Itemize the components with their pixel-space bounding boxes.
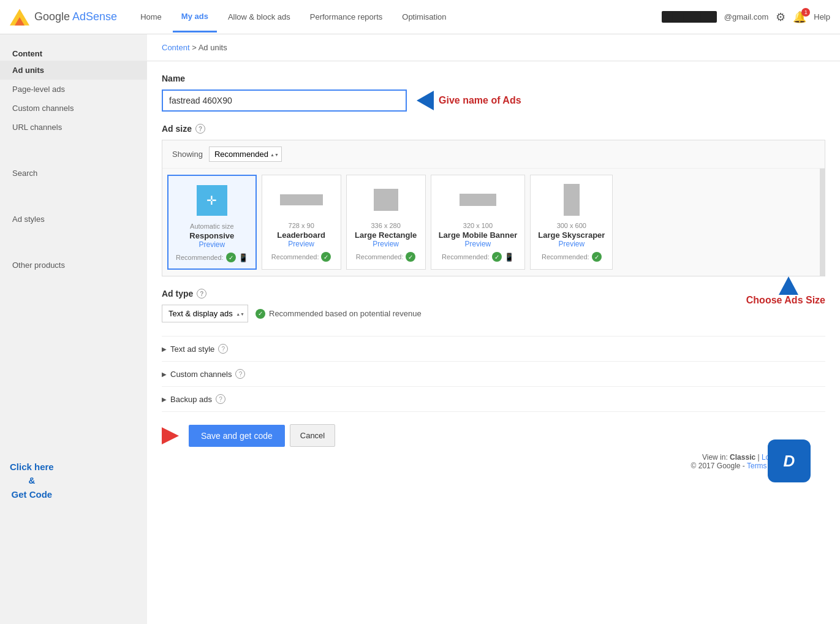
- sidebar-annotation-click: Click here&Get Code: [10, 460, 54, 502]
- ad-size-label: Ad size ?: [162, 124, 825, 134]
- responsive-size-name: Responsive: [189, 231, 234, 240]
- copyright-text: © 2017 Google -: [691, 462, 745, 470]
- nav-allow-block-ads[interactable]: Allow & block ads: [219, 2, 299, 31]
- sidebar-item-search[interactable]: Search: [0, 164, 147, 183]
- recommended-check-icon: ✓: [226, 253, 236, 262]
- ad-size-help-icon[interactable]: ?: [195, 124, 205, 134]
- custom-channels-help-icon[interactable]: ?: [235, 369, 245, 379]
- red-arrow-save: [162, 427, 184, 444]
- leaderboard-shape: [280, 194, 323, 205]
- email-domain: @gmail.com: [724, 12, 768, 21]
- ad-size-card-responsive[interactable]: ✛ Automatic size Responsive Preview Reco…: [167, 175, 257, 270]
- large-rect-preview-area: [361, 181, 411, 218]
- recommended-text-lmb: Recommended:: [442, 253, 490, 261]
- ad-size-card-large-sky[interactable]: 300 x 600 Large Skyscraper Preview Recom…: [530, 175, 613, 270]
- large-mobile-check-icon: ✓: [492, 252, 502, 262]
- large-rect-preview-link[interactable]: Preview: [373, 240, 399, 248]
- blue-arrow-right-icon: [417, 91, 434, 110]
- notifications-bell[interactable]: 🔔 1: [793, 10, 806, 24]
- large-sky-size-text: 300 x 600: [557, 222, 586, 229]
- ad-type-row: Text & display ads ✓ Recommended based o…: [162, 305, 734, 322]
- ad-size-header: Showing Recommended: [162, 140, 825, 169]
- text-ad-style-header[interactable]: ▶ Text ad style ?: [162, 338, 825, 360]
- give-name-annotation: Give name of Ads: [417, 91, 521, 110]
- ad-type-check-icon: ✓: [255, 309, 265, 319]
- backup-ads-header[interactable]: ▶ Backup ads ?: [162, 388, 825, 410]
- settings-icon[interactable]: ⚙: [776, 10, 785, 24]
- breadcrumb: Content > Ad units: [147, 34, 840, 61]
- large-mobile-size-name: Large Mobile Banner: [439, 230, 518, 240]
- text-ad-style-help-icon[interactable]: ?: [218, 344, 228, 354]
- large-rect-check-icon: ✓: [406, 252, 415, 262]
- main-layout: Content Ad units Page-level ads Custom c…: [0, 34, 840, 624]
- backup-ads-section: ▶ Backup ads ?: [162, 386, 825, 412]
- ad-type-section: Ad type ? Text & display ads ✓ Recommend…: [162, 289, 734, 322]
- large-mobile-preview-link[interactable]: Preview: [465, 240, 491, 248]
- leaderboard-preview-area: [277, 181, 326, 218]
- form-area: Name Give name of Ads Ad size ? Showing: [147, 61, 840, 495]
- notification-badge: 1: [801, 8, 810, 17]
- custom-channels-header[interactable]: ▶ Custom channels ?: [162, 363, 825, 385]
- blue-arrow-up-icon: [779, 276, 798, 295]
- name-input[interactable]: [162, 89, 407, 112]
- large-sky-preview-area: [547, 181, 596, 218]
- sidebar: Content Ad units Page-level ads Custom c…: [0, 34, 147, 624]
- large-mobile-preview-area: [453, 181, 502, 218]
- text-ad-style-label: Text ad style: [170, 344, 214, 354]
- backup-ads-label: Backup ads: [170, 395, 212, 404]
- large-sky-size-name: Large Skyscraper: [538, 230, 605, 240]
- view-in-label: View in:: [702, 453, 728, 462]
- top-navigation: Google AdSense Home My ads Allow & block…: [0, 0, 840, 34]
- nav-optimisation[interactable]: Optimisation: [393, 2, 455, 31]
- large-mobile-recommended-row: Recommended: ✓ 📱: [442, 252, 514, 262]
- backup-ads-help-icon[interactable]: ?: [216, 394, 225, 404]
- nav-performance-reports[interactable]: Performance reports: [301, 2, 392, 31]
- ad-type-select[interactable]: Text & display ads: [162, 305, 248, 322]
- leaderboard-check-icon: ✓: [321, 252, 331, 262]
- large-mobile-size-text: 320 x 100: [463, 222, 493, 229]
- cancel-button[interactable]: Cancel: [290, 424, 335, 447]
- ad-size-card-leaderboard[interactable]: 728 x 90 Leaderboard Preview Recommended…: [262, 175, 341, 270]
- responsive-preview-link[interactable]: Preview: [199, 240, 225, 249]
- divider-4: [162, 411, 825, 412]
- text-ad-style-section: ▶ Text ad style ?: [162, 336, 825, 360]
- choose-ads-text: Choose Ads Size: [746, 295, 825, 306]
- recommended-text-lb: Recommended:: [271, 253, 319, 261]
- logo-text: Google AdSense: [34, 10, 117, 23]
- ad-sizes-scroll: ✛ Automatic size Responsive Preview Reco…: [162, 169, 825, 276]
- ad-size-card-large-mobile[interactable]: 320 x 100 Large Mobile Banner Preview Re…: [431, 175, 526, 270]
- large-sky-preview-link[interactable]: Preview: [558, 240, 585, 248]
- sidebar-item-page-level-ads[interactable]: Page-level ads: [0, 80, 147, 99]
- logo: Google AdSense: [10, 9, 117, 26]
- leaderboard-recommended-row: Recommended: ✓: [271, 252, 331, 262]
- footer-logo-badge: D: [768, 439, 811, 482]
- sidebar-item-custom-channels[interactable]: Custom channels: [0, 99, 147, 118]
- ad-type-label: Ad type ?: [162, 289, 734, 299]
- nav-links: Home My ads Allow & block ads Performanc…: [132, 2, 662, 32]
- recommended-select[interactable]: Recommended: [209, 146, 282, 162]
- large-sky-check-icon: ✓: [592, 252, 602, 262]
- choose-ads-annotation: Choose Ads Size: [746, 276, 825, 306]
- user-email: ████████: [662, 11, 717, 23]
- sidebar-item-ad-styles[interactable]: Ad styles: [0, 210, 147, 229]
- sidebar-item-ad-units[interactable]: Ad units: [0, 61, 147, 80]
- google-logo-icon: [10, 9, 29, 26]
- ad-size-card-large-rect[interactable]: 336 x 280 Large Rectangle Preview Recomm…: [346, 175, 426, 270]
- help-link[interactable]: Help: [814, 12, 830, 21]
- breadcrumb-content-link[interactable]: Content: [162, 43, 190, 52]
- name-label: Name: [162, 74, 825, 83]
- text-ad-style-expand-icon: ▶: [162, 346, 167, 352]
- recommended-text: Recommended:: [176, 254, 224, 261]
- ad-type-help-icon[interactable]: ?: [197, 289, 206, 299]
- mobile-icon: 📱: [238, 253, 248, 262]
- nav-home[interactable]: Home: [132, 2, 170, 31]
- showing-label: Showing: [172, 150, 203, 159]
- divider-2: [162, 361, 825, 362]
- leaderboard-preview-link[interactable]: Preview: [288, 240, 314, 248]
- sidebar-item-url-channels[interactable]: URL channels: [0, 118, 147, 137]
- save-and-get-code-button[interactable]: Save and get code: [189, 425, 285, 447]
- sidebar-item-other-products[interactable]: Other products: [0, 256, 147, 275]
- responsive-icon: ✛: [197, 185, 227, 216]
- nav-my-ads[interactable]: My ads: [173, 2, 217, 32]
- footer: View in: Classic | Low bandwidth © 2017 …: [162, 447, 825, 482]
